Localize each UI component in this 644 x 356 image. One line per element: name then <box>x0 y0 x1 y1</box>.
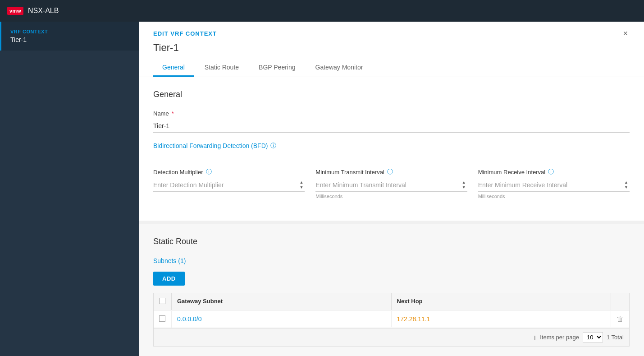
tabs: General Static Route BGP Peering Gateway… <box>153 59 630 77</box>
close-button[interactable]: × <box>621 29 630 38</box>
name-input[interactable] <box>153 120 630 133</box>
topbar: vmw NSX-ALB <box>0 0 644 22</box>
tab-static-route[interactable]: Static Route <box>196 59 248 77</box>
min-transmit-hint: Milliseconds <box>315 194 467 199</box>
add-button[interactable]: ADD <box>153 272 185 286</box>
tab-bgp-peering[interactable]: BGP Peering <box>250 59 304 77</box>
td-gateway-subnet[interactable]: 0.0.0.0/0 <box>172 311 392 327</box>
delete-icon[interactable]: 🗑 <box>617 315 624 323</box>
header-checkbox[interactable] <box>159 298 165 304</box>
th-gateway-subnet: Gateway Subnet <box>172 293 392 310</box>
min-transmit-label: Minimum Transmit Interval ⓘ <box>315 168 467 176</box>
subnets-label: Subnets (1) <box>153 257 630 264</box>
sidebar: VRF CONTEXT Tier-1 <box>0 22 139 356</box>
min-transmit-spinners: ▲ ▼ <box>461 180 467 190</box>
row-checkbox[interactable] <box>159 315 165 322</box>
th-checkbox <box>154 293 172 310</box>
static-route-title: Static Route <box>153 237 630 246</box>
min-receive-info-icon: ⓘ <box>548 168 554 176</box>
app-name: NSX-ALB <box>28 7 59 15</box>
detection-multiplier-field: Detection Multiplier ⓘ ▲ ▼ <box>153 168 305 199</box>
min-transmit-info-icon: ⓘ <box>387 168 393 176</box>
bfd-fields: Detection Multiplier ⓘ ▲ ▼ <box>153 168 630 208</box>
detection-multiplier-down[interactable]: ▼ <box>298 185 305 190</box>
vmw-logo: vmw <box>7 7 23 15</box>
required-star: * <box>172 110 174 117</box>
min-receive-label: Minimum Receive Interval ⓘ <box>478 168 630 176</box>
min-transmit-down[interactable]: ▼ <box>461 185 467 190</box>
bfd-link[interactable]: Bidirectional Forwarding Detection (BFD)… <box>153 142 276 150</box>
min-receive-input-wrap: ▲ ▼ <box>478 179 630 192</box>
detection-multiplier-up[interactable]: ▲ <box>298 180 305 185</box>
panel-entity-name: Tier-1 <box>153 42 630 54</box>
table-footer: ⫿ Items per page 10 25 50 1 Total <box>154 328 629 346</box>
panel-header-top: EDIT VRF CONTEXT × <box>153 29 630 42</box>
sidebar-context-label: VRF CONTEXT <box>10 29 130 34</box>
total-label: 1 Total <box>607 334 624 341</box>
tab-general[interactable]: General <box>153 59 194 77</box>
general-section: General Name * Bidirectional Forwarding … <box>139 77 644 221</box>
min-receive-field: Minimum Receive Interval ⓘ ▲ ▼ Milliseco… <box>478 168 630 199</box>
bfd-info-icon: ⓘ <box>270 142 276 150</box>
name-label: Name * <box>153 110 630 117</box>
td-next-hop: 172.28.11.1 <box>392 311 612 327</box>
min-transmit-input-wrap: ▲ ▼ <box>315 179 467 192</box>
min-receive-input[interactable] <box>478 179 621 191</box>
detection-multiplier-spinners: ▲ ▼ <box>298 180 305 190</box>
panel-header: EDIT VRF CONTEXT × Tier-1 General Static… <box>139 22 644 77</box>
main-panel: EDIT VRF CONTEXT × Tier-1 General Static… <box>139 22 644 356</box>
layout: VRF CONTEXT Tier-1 EDIT VRF CONTEXT × Ti… <box>0 22 644 356</box>
table-row: 0.0.0.0/0 172.28.11.1 🗑 <box>154 310 629 328</box>
col-resize-icon: ⫿ <box>533 334 536 341</box>
th-next-hop: Next Hop <box>392 293 612 310</box>
min-transmit-up[interactable]: ▲ <box>461 180 467 185</box>
min-receive-up[interactable]: ▲ <box>623 180 630 185</box>
min-receive-hint: Milliseconds <box>478 194 630 199</box>
min-receive-spinners: ▲ ▼ <box>623 180 630 190</box>
subnets-table: Gateway Subnet Next Hop 0.0.0.0/0 172.28… <box>153 293 630 347</box>
td-checkbox <box>154 311 172 328</box>
general-section-title: General <box>153 90 630 99</box>
panel-edit-label: EDIT VRF CONTEXT <box>153 30 217 37</box>
th-actions <box>611 293 629 310</box>
detection-multiplier-info-icon: ⓘ <box>206 168 212 176</box>
min-transmit-input[interactable] <box>315 179 458 191</box>
tab-gateway-monitor[interactable]: Gateway Monitor <box>306 59 372 77</box>
name-field-group: Name * <box>153 110 630 133</box>
table-header: Gateway Subnet Next Hop <box>154 293 629 310</box>
sidebar-context-value: Tier-1 <box>10 36 130 43</box>
detection-multiplier-input[interactable] <box>153 179 296 191</box>
detection-multiplier-label: Detection Multiplier ⓘ <box>153 168 305 176</box>
items-per-page-label: Items per page <box>540 334 579 341</box>
panel-content[interactable]: General Name * Bidirectional Forwarding … <box>139 77 644 356</box>
per-page-select[interactable]: 10 25 50 <box>583 332 603 342</box>
sidebar-vrf-item[interactable]: VRF CONTEXT Tier-1 <box>0 22 139 51</box>
static-route-section: Static Route Subnets (1) ADD Gateway Sub… <box>139 224 644 356</box>
td-delete[interactable]: 🗑 <box>611 310 629 328</box>
min-receive-down[interactable]: ▼ <box>623 185 630 190</box>
detection-multiplier-input-wrap: ▲ ▼ <box>153 179 305 192</box>
min-transmit-field: Minimum Transmit Interval ⓘ ▲ ▼ Millisec… <box>315 168 467 199</box>
